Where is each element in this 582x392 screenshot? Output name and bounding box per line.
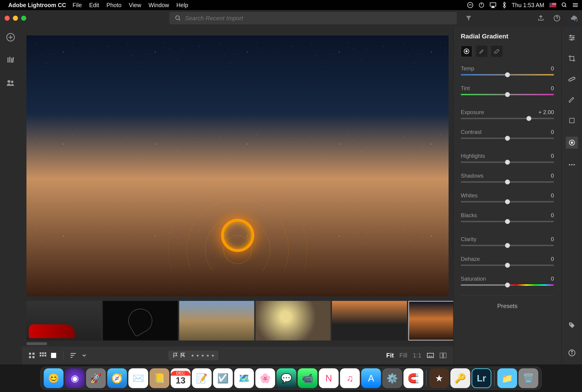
star-1-icon[interactable]: ★ xyxy=(191,353,194,358)
sort-dropdown-icon[interactable] xyxy=(82,353,86,358)
menu-view[interactable]: View xyxy=(129,2,141,8)
notification-center-icon[interactable] xyxy=(572,2,578,8)
crop-icon[interactable] xyxy=(567,54,576,63)
menu-help[interactable]: Help xyxy=(176,2,188,8)
dock-notes[interactable]: 📝 xyxy=(192,368,212,388)
slider-handle[interactable] xyxy=(505,160,510,165)
eraser-icon[interactable] xyxy=(491,46,503,57)
airplay-icon[interactable] xyxy=(490,2,496,8)
sort-icon[interactable] xyxy=(70,352,78,358)
slider-track[interactable] xyxy=(461,74,554,76)
help-icon[interactable] xyxy=(554,15,560,22)
close-button[interactable] xyxy=(4,16,10,21)
dock-reminders[interactable]: ☑️ xyxy=(213,368,233,388)
dock-mail[interactable]: ✉️ xyxy=(128,368,148,388)
dock-itunes[interactable]: ♫ xyxy=(340,368,360,388)
dock-1password[interactable]: 🔑 xyxy=(450,368,470,388)
zoom-1to1[interactable]: 1:1 xyxy=(413,352,422,359)
edit-sliders-icon[interactable] xyxy=(567,33,576,42)
dock-photos[interactable]: 🌸 xyxy=(255,368,275,388)
clock[interactable]: Thu 1:53 AM xyxy=(512,2,544,8)
slider-track[interactable] xyxy=(461,221,554,222)
dock-launchpad[interactable]: 🚀 xyxy=(86,368,106,388)
slider-handle[interactable] xyxy=(526,116,532,121)
cloud-sync-icon[interactable] xyxy=(570,15,578,22)
add-photos-button[interactable] xyxy=(6,33,16,43)
dock-preferences[interactable]: ⚙️ xyxy=(382,368,402,388)
dock-safari[interactable]: 🧭 xyxy=(107,368,127,388)
flag-reject-icon[interactable] xyxy=(180,352,186,358)
dock-messages[interactable]: 💬 xyxy=(276,368,296,388)
star-3-icon[interactable]: ★ xyxy=(201,353,204,358)
thumbnail[interactable] xyxy=(26,301,102,340)
zoom-fill[interactable]: Fill xyxy=(399,352,408,359)
star-5-icon[interactable]: ★ xyxy=(211,353,214,358)
slider-handle[interactable] xyxy=(505,92,510,97)
filter-icon[interactable] xyxy=(465,15,472,22)
thumbnail[interactable] xyxy=(256,301,330,340)
dock-lightroom[interactable]: Lr xyxy=(472,368,491,388)
slider-track[interactable] xyxy=(461,118,554,119)
zoom-fit[interactable]: Fit xyxy=(386,352,394,359)
thumbnail-selected[interactable] xyxy=(408,301,453,340)
dock-downloads[interactable]: 📁 xyxy=(497,368,517,388)
thumbnail[interactable] xyxy=(103,301,178,340)
slider-handle[interactable] xyxy=(505,219,510,224)
slider-track[interactable] xyxy=(461,94,554,95)
dock-imovie[interactable]: ★ xyxy=(429,368,449,388)
dock-news[interactable]: N xyxy=(319,368,338,388)
healing-icon[interactable] xyxy=(567,74,576,84)
bluetooth-icon[interactable] xyxy=(502,2,506,8)
slider-handle[interactable] xyxy=(505,199,510,204)
slider-handle[interactable] xyxy=(505,72,510,77)
slider-track[interactable] xyxy=(461,138,554,139)
slider-handle[interactable] xyxy=(505,263,510,268)
menu-file[interactable]: File xyxy=(72,2,82,8)
minimize-button[interactable] xyxy=(13,16,18,21)
grid-large-icon[interactable] xyxy=(39,352,46,359)
radial-gradient-icon[interactable] xyxy=(566,137,578,148)
app-name[interactable]: Adobe Lightroom CC xyxy=(8,2,66,8)
linear-gradient-icon[interactable] xyxy=(567,116,576,125)
slider-track[interactable] xyxy=(461,181,554,183)
menu-photo[interactable]: Photo xyxy=(106,2,122,8)
input-source-flag-icon[interactable] xyxy=(549,3,556,7)
more-icon[interactable] xyxy=(567,160,576,169)
thumbnail[interactable] xyxy=(332,301,407,340)
slider-track[interactable] xyxy=(461,284,554,286)
search-input[interactable] xyxy=(185,15,451,22)
dock-calendar[interactable]: DEC13 xyxy=(171,368,190,388)
brush-add-icon[interactable] xyxy=(476,46,488,57)
share-icon[interactable] xyxy=(537,15,544,22)
slider-track[interactable] xyxy=(461,201,554,202)
slider-handle[interactable] xyxy=(505,282,510,288)
slider-handle[interactable] xyxy=(505,136,510,141)
dock-siri[interactable]: ◉ xyxy=(65,368,85,388)
thumbnail[interactable] xyxy=(179,301,254,340)
dock-magnet[interactable]: 🧲 xyxy=(404,368,423,388)
brush-icon[interactable] xyxy=(567,95,576,104)
presets-button[interactable]: Presets xyxy=(461,296,554,310)
menu-edit[interactable]: Edit xyxy=(89,2,99,8)
dock-facetime[interactable]: 📹 xyxy=(298,368,318,388)
keywords-icon[interactable] xyxy=(567,321,576,330)
menu-window[interactable]: Window xyxy=(148,2,169,8)
dock-trash[interactable]: 🗑️ xyxy=(518,368,538,388)
slider-track[interactable] xyxy=(461,162,554,163)
creative-cloud-icon[interactable] xyxy=(467,2,474,8)
filmstrip-scrollbar[interactable] xyxy=(26,342,448,346)
show-original-icon[interactable] xyxy=(427,353,434,358)
dock-appstore[interactable]: A xyxy=(361,368,381,388)
sharing-icon[interactable] xyxy=(6,79,16,89)
dock-finder[interactable]: 😊 xyxy=(44,368,64,388)
spotlight-icon[interactable] xyxy=(561,2,567,8)
star-4-icon[interactable]: ★ xyxy=(206,353,209,358)
flag-pick-icon[interactable] xyxy=(172,352,178,358)
slider-handle[interactable] xyxy=(505,180,510,184)
grid-small-icon[interactable] xyxy=(28,352,35,359)
compare-icon[interactable] xyxy=(440,352,447,359)
star-2-icon[interactable]: ★ xyxy=(196,353,199,358)
dock-maps[interactable]: 🗺️ xyxy=(234,368,254,388)
radial-mask-icon[interactable] xyxy=(461,46,472,57)
my-photos-icon[interactable] xyxy=(6,56,16,66)
